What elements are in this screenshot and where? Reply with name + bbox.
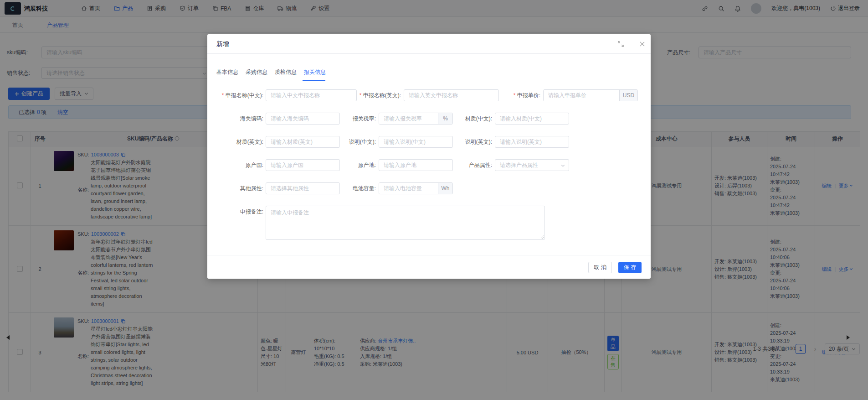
- declare-price-input[interactable]: [544, 90, 619, 101]
- declare-name-cn-label: 申报名称(中文):: [207, 89, 263, 101]
- declare-name-en-input[interactable]: [404, 89, 499, 101]
- tax-rate-label: 报关税率:: [321, 113, 376, 125]
- tab-customs-info[interactable]: 报关信息: [304, 68, 333, 81]
- modal-tabs: 基本信息 采购信息 质检信息 报关信息: [216, 68, 333, 81]
- battery-input[interactable]: [379, 183, 438, 194]
- add-product-modal: 新增 基本信息 采购信息 质检信息 报关信息 申报名称(中文): 申报名称(英文…: [207, 34, 651, 279]
- declare-price-label: 申报单价:: [486, 89, 540, 101]
- modal-footer: 取 消 保 存: [207, 255, 651, 279]
- wh-suffix: Wh: [438, 183, 452, 194]
- material-cn-label: 材质(中文):: [437, 113, 492, 125]
- declare-name-en-label: 申报名称(英文):: [346, 89, 401, 101]
- tab-purchase-info[interactable]: 采购信息: [246, 68, 275, 81]
- save-button[interactable]: 保 存: [618, 262, 642, 273]
- fullscreen-icon[interactable]: [617, 41, 624, 47]
- battery-group: Wh: [379, 182, 453, 194]
- product-attr-label: 产品属性:: [437, 159, 492, 171]
- desc-en-label: 说明(英文):: [437, 136, 492, 148]
- remark-label: 申报备注:: [207, 206, 263, 218]
- tab-basic-info[interactable]: 基本信息: [216, 68, 246, 81]
- resize-handle-icon[interactable]: [540, 234, 544, 239]
- battery-label: 电池容量:: [321, 182, 376, 194]
- chevron-down-icon: [561, 164, 565, 168]
- active-tab-indicator: [303, 80, 325, 81]
- material-en-label: 材质(英文):: [207, 136, 263, 148]
- tax-rate-input[interactable]: [379, 113, 438, 124]
- remark-field: [266, 206, 545, 240]
- origin-country-label: 原产国:: [207, 159, 263, 171]
- screen: 鸿展科技 首页 产品 采购 订单 FBA: [0, 0, 868, 400]
- hs-code-label: 海关编码:: [207, 113, 263, 125]
- material-cn-input[interactable]: [495, 113, 569, 125]
- remark-textarea[interactable]: [266, 206, 545, 240]
- tab-qc-info[interactable]: 质检信息: [275, 68, 304, 81]
- desc-en-input[interactable]: [495, 136, 569, 148]
- declare-name-cn-input[interactable]: [266, 89, 357, 101]
- origin-place-label: 原产地:: [321, 159, 376, 171]
- product-attr-select[interactable]: 请选择产品属性: [495, 159, 569, 171]
- tabs-divider: [216, 81, 642, 81]
- modal-title: 新增: [216, 40, 229, 48]
- cancel-button[interactable]: 取 消: [588, 262, 611, 273]
- currency-suffix: USD: [619, 90, 637, 101]
- declare-price-group: USD: [543, 89, 638, 101]
- close-icon[interactable]: [639, 41, 646, 47]
- other-attr-label: 其他属性:: [207, 182, 263, 194]
- modal-header: 新增: [207, 34, 651, 54]
- desc-cn-label: 说明(中文):: [321, 136, 376, 148]
